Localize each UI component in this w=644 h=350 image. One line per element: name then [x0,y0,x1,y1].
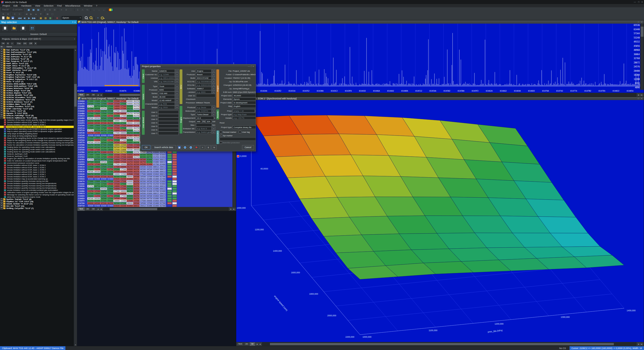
hex-cell[interactable]: 06250 [133,139,140,141]
hex-cell[interactable]: 11500 [120,144,127,146]
hex-cell[interactable]: 00012 [159,161,166,163]
hex-cell[interactable]: 04000 [127,195,133,197]
hex-cell[interactable]: 17500 [140,173,146,175]
hex-cell[interactable]: 20412 [159,192,166,195]
transfer-icon[interactable]: » [200,145,205,150]
cancel-button[interactable]: Cancel [242,145,254,150]
filter-menu-icon[interactable]: ▾ [34,42,37,45]
hex-cell[interactable]: 12500 [107,158,113,161]
scroll-up-icon[interactable]: ▲ [74,49,77,51]
hex-cell[interactable]: 12250 [87,190,94,192]
hex-cell[interactable]: 00012 [159,185,166,187]
hex-cell[interactable]: 04000 [127,170,133,173]
hex-cell[interactable]: 17500 [120,185,127,187]
hex-cell[interactable]: 01400 [153,176,159,178]
hex-cell[interactable]: 10000 [87,139,94,141]
hex-cell[interactable]: 09500 [94,117,100,119]
nav-prev-icon[interactable]: ◀ [100,208,102,210]
hex-cell[interactable]: 14000 [107,149,113,151]
expander-icon[interactable]: + [1,110,3,112]
hex-cell[interactable]: 17500 [120,156,127,158]
surface-plot[interactable]: 1000,0001200,0001400,0001600,0001800,000… [236,100,644,342]
hex-cell[interactable]: 06250 [133,195,140,197]
align-justify-icon[interactable]: ≣ [64,8,68,12]
hex-cell[interactable]: 10000 [113,173,120,175]
hex-cell[interactable]: 17500 [94,149,100,151]
hex-cell[interactable]: 01060 [153,173,159,175]
hex-cell[interactable]: 10500 [100,117,107,119]
hex-cell[interactable]: 15500 [107,166,113,168]
tree-item[interactable]: +SCRChk_UConsMon: "5.5.1" (45) [0,96,74,99]
hex-cell[interactable]: 08000 [94,161,100,163]
hex-cell[interactable]: 04500 [146,154,153,156]
hex-cell[interactable]: 01750 [120,151,127,153]
view-2d-icon[interactable]: ▦ [26,8,31,12]
tree-item[interactable]: SmkLim_facRmp3_CUR [0,153,74,155]
hex-cell[interactable]: 04000 [120,137,127,139]
hex-cell[interactable]: 06500 [133,163,140,165]
tab-text[interactable]: Text [78,207,85,211]
hex-cell[interactable]: 09500 [133,146,140,149]
hex-cell[interactable]: 09500 [100,188,107,190]
field-build[interactable]: 36.440 [158,95,175,99]
hex-cell[interactable]: 01060 [127,134,133,137]
expander-icon[interactable]: + [1,205,3,207]
hex-cell[interactable]: 15500 [133,173,140,175]
tree-item[interactable]: Selection of the basic smoke quantity ma… [0,119,74,121]
hex-cell[interactable]: 06250 [107,146,113,149]
tree-item[interactable]: +RailP_VDGradMon: "P_14.2.3" (3) [0,67,74,69]
hex-cell[interactable]: 06250 [87,120,94,122]
hex-cell[interactable]: 04000 [120,192,127,195]
hex-cell[interactable]: 04000 [120,166,127,168]
expander-icon[interactable]: + [1,200,3,203]
hex-cell[interactable]: 12500 [100,115,107,117]
tree-item[interactable]: +SCRMon_PresMon: "5.2.0" (14) [0,105,74,108]
hex-cell[interactable]: 09000 [107,200,113,202]
tree-item[interactable]: Scaling factor for operating mode switch… [0,146,74,148]
hex-cell[interactable]: 01080 [153,161,159,163]
field-project-type[interactable]: e.g. Map Pack [233,113,256,116]
save-icon[interactable] [177,145,182,150]
tree-item[interactable]: Smoke limitation without EGR, base 2, EO… [0,171,74,173]
hexdump-graph-titlebar[interactable]: MAN TGS 440 (Original), 508917, Hexdump … [77,20,644,24]
hex-cell[interactable]: 12500 [100,154,107,156]
hex-cell[interactable]: 08500 [87,117,94,119]
tree-item[interactable]: +SCRMon_Main: "5.4.0" (15) [0,103,74,105]
expander-icon[interactable]: + [1,108,3,110]
tree-item[interactable]: +SCRChk_UQtySens: "5.5.1" (19) [0,99,74,101]
hex-cell[interactable]: 01060 [146,166,153,168]
hex-cell[interactable]: 06250 [133,117,140,119]
tab-2d[interactable]: 2d [244,342,249,346]
hex-cell[interactable]: 15500 [113,100,120,102]
expander-icon[interactable]: + [1,94,3,96]
hex-cell[interactable]: 12500 [87,166,94,168]
field-more-button[interactable]: > [212,73,215,76]
hex-cell[interactable]: 09750 [100,129,107,132]
window-close-icon[interactable]: × [640,97,643,100]
tree-item[interactable]: +SCRAd_Adapt: "5.2.0" (39) [0,90,74,92]
nav-next-icon[interactable]: ▶ [230,208,232,210]
tree-item[interactable]: Index for selection of coolant temperatu… [0,160,74,162]
hex-cell[interactable]: 01080 [146,178,153,180]
hex-cell[interactable]: 08500 [87,197,94,200]
percent-icon[interactable]: % [212,145,217,150]
hex-cell[interactable]: 06500 [133,110,140,112]
tree-item[interactable]: Map to select operating mode EOM0 in dyn… [0,128,74,130]
hex-cell[interactable]: 15500 [107,163,113,165]
hex-cell[interactable]: 10500 [87,103,94,105]
field-customer-no[interactable]: e.g. 12345 [158,73,175,76]
hex-cell[interactable]: 04000 [127,100,133,102]
hex-cell[interactable]: 04000 [120,110,127,112]
field-elements[interactable]: Eprom▾ [233,97,256,101]
hex-cell[interactable]: 07500 [87,161,94,163]
hex-cell[interactable]: 06500 [140,156,146,158]
field-output[interactable]: 440 [196,120,202,123]
hex-cell[interactable]: 15500 [113,103,120,105]
hex-cell[interactable]: 01700 [159,205,166,207]
hex-cell[interactable]: 04000 [120,190,127,192]
insert-cells-icon[interactable]: ⊞ [43,8,47,12]
field-more-button[interactable]: > [175,84,179,88]
expander-icon[interactable]: + [1,53,3,56]
hex-cell[interactable]: 04500 [94,146,100,149]
field-series[interactable]: TGS 440 [158,92,175,95]
